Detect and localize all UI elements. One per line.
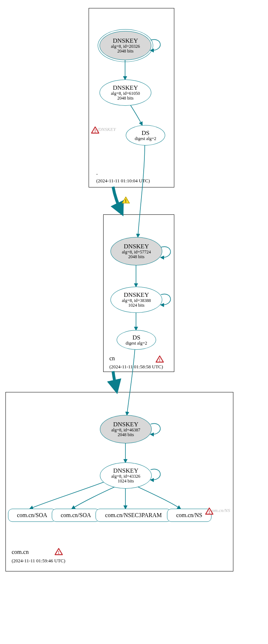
svg-text:!: !	[159, 357, 160, 362]
zone-cn-error-icon[interactable]: !	[156, 356, 164, 364]
node-title: DNSKEY	[124, 243, 149, 250]
node-sub1: alg=8, id=20326	[111, 44, 140, 49]
svg-text:!: !	[125, 198, 127, 203]
node-title: DS	[141, 130, 149, 136]
node-title: DNSKEY	[113, 421, 139, 428]
node-sub2: 1024 bits	[128, 303, 144, 308]
node-cn-ksk[interactable]: DNSKEY alg=8, id=57724 2048 bits	[110, 237, 162, 265]
node-root-ds[interactable]: DS digest alg=2	[126, 125, 165, 146]
node-comcn-ksk[interactable]: DNSKEY alg=8, id=46387 2048 bits	[100, 415, 152, 443]
error-icon: !	[205, 508, 213, 515]
node-title: DNSKEY	[113, 85, 138, 91]
rrset-nsec3param[interactable]: com.cn/NSEC3PARAM	[96, 509, 171, 522]
node-title: DS	[132, 334, 140, 341]
rrset-soa-1[interactable]: com.cn/SOA	[8, 509, 56, 522]
delegation-warning-icon[interactable]: !	[122, 197, 130, 205]
rrset-ns[interactable]: com.cn/NS	[167, 509, 211, 522]
node-sub1: digest alg=2	[135, 136, 156, 141]
node-sub2: 2048 bits	[117, 49, 133, 54]
node-comcn-zsk[interactable]: DNSKEY alg=8, id=43326 1024 bits	[100, 462, 152, 489]
svg-text:!: !	[94, 128, 96, 133]
node-sub2: 1024 bits	[118, 479, 134, 484]
error-root-dnskey[interactable]: ! ./DNSKEY	[91, 127, 120, 132]
node-sub1: digest alg=2	[125, 341, 147, 346]
node-sub2: 2048 bits	[118, 432, 134, 437]
svg-text:!: !	[58, 550, 59, 555]
svg-text:!: !	[209, 509, 210, 515]
node-title: DNSKEY	[113, 38, 138, 44]
zone-comcn-error-icon[interactable]: !	[55, 548, 63, 556]
node-title: DNSKEY	[113, 468, 139, 474]
node-cn-zsk[interactable]: DNSKEY alg=8, id=38388 1024 bits	[110, 287, 162, 313]
node-cn-ds[interactable]: DS digest alg=2	[117, 330, 156, 350]
error-icon: !	[91, 127, 99, 134]
node-title: DNSKEY	[124, 292, 149, 298]
rrset-soa-2[interactable]: com.cn/SOA	[52, 509, 100, 522]
node-root-zsk[interactable]: DNSKEY alg=8, id=61050 2048 bits	[100, 79, 151, 106]
node-sub2: 2048 bits	[117, 96, 133, 101]
error-comcn-ns[interactable]: ! com.cn/NS	[205, 508, 234, 513]
node-root-ksk[interactable]: DNSKEY alg=8, id=20326 2048 bits	[100, 31, 151, 60]
node-sub2: 2048 bits	[128, 255, 144, 259]
